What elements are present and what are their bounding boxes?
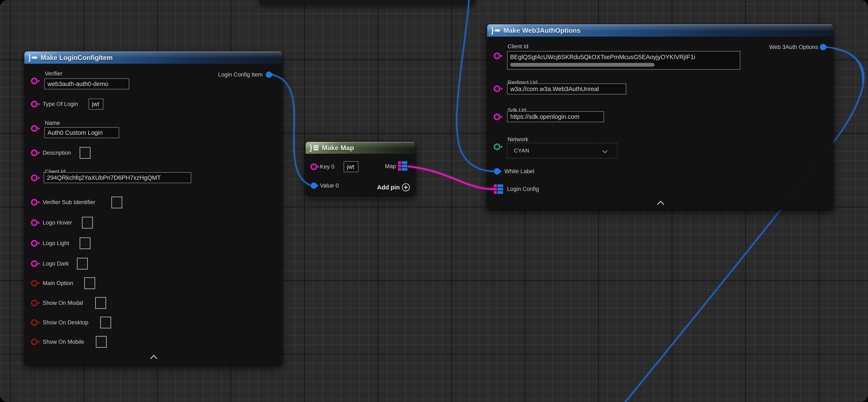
pin-label-key-0: Key 0 bbox=[320, 164, 334, 170]
node-header-make-loginconfigitem[interactable]: Make LoginConfigItem bbox=[24, 52, 282, 64]
verifier-input[interactable]: web3auth-auth0-demo bbox=[44, 79, 129, 89]
pin-label-show-on-desktop: Show On Desktop bbox=[43, 319, 88, 326]
network-selected-value: CYAN bbox=[514, 147, 529, 154]
pin-client-id[interactable] bbox=[31, 174, 38, 181]
type-of-login-input[interactable]: jwt bbox=[89, 98, 103, 110]
client-id-value: BEglQSgt4cUWcj6SKRdu5QkOXTsePmMcusG5EAoy… bbox=[510, 52, 739, 62]
show-on-modal-checkbox[interactable] bbox=[95, 297, 106, 309]
client-id-scrollbar[interactable] bbox=[510, 63, 655, 67]
offscreen-node-bottom-edge[interactable] bbox=[259, 0, 475, 5]
pin-sdk-url[interactable] bbox=[494, 114, 500, 120]
sdk-url-input[interactable]: https://sdk.openlogin.com bbox=[507, 111, 604, 122]
pin-label-network: Network bbox=[507, 136, 528, 143]
node-make-loginconfigitem[interactable]: Make LoginConfigItem Login Config Item V… bbox=[24, 52, 282, 365]
pin-map-output[interactable] bbox=[398, 161, 407, 171]
client-id-input[interactable]: BEglQSgt4cUWcj6SKRdu5QkOXTsePmMcusG5EAoy… bbox=[507, 51, 740, 69]
show-on-desktop-checkbox[interactable] bbox=[100, 317, 111, 328]
node-title: Make Web3AuthOptions bbox=[503, 27, 581, 34]
collapse-advanced-chevron-up-icon[interactable] bbox=[657, 201, 664, 208]
pin-show-on-desktop[interactable] bbox=[31, 319, 38, 326]
make-struct-icon bbox=[28, 54, 37, 61]
make-map-icon bbox=[309, 144, 318, 151]
pin-verifier[interactable] bbox=[31, 78, 38, 84]
node-make-web3authoptions[interactable]: Make Web3AuthOptions Web 3Auth Options C… bbox=[487, 24, 833, 209]
pin-label-name: Name bbox=[45, 120, 60, 126]
output-pin-label: Login Config Item bbox=[218, 71, 262, 78]
key-0-input[interactable]: jwt bbox=[344, 161, 359, 172]
pin-web3auth-options-output[interactable] bbox=[820, 44, 826, 50]
output-pin-label: Web 3Auth Options bbox=[769, 44, 818, 51]
pin-label-logo-light: Logo Light bbox=[43, 240, 69, 247]
node-title: Make Map bbox=[322, 144, 354, 152]
pin-key-0[interactable] bbox=[310, 163, 317, 170]
chevron-down-icon bbox=[602, 148, 608, 153]
pin-login-config-item-output[interactable] bbox=[266, 71, 272, 78]
logo-hover-input[interactable] bbox=[82, 217, 93, 229]
show-on-mobile-checkbox[interactable] bbox=[96, 336, 107, 348]
description-input[interactable] bbox=[80, 147, 91, 159]
network-dropdown[interactable]: CYAN bbox=[507, 143, 617, 158]
logo-dark-input[interactable] bbox=[77, 258, 88, 269]
pin-label-show-on-modal: Show On Modal bbox=[43, 300, 83, 306]
make-struct-icon bbox=[491, 27, 500, 34]
pin-label-show-on-mobile: Show On Mobile bbox=[43, 339, 84, 345]
pin-login-config[interactable] bbox=[494, 184, 503, 194]
pin-label-verifier-sub-identifier: Verifier Sub Identifier bbox=[43, 199, 95, 206]
pin-label-value-0: Value 0 bbox=[320, 182, 339, 189]
pin-client-id[interactable] bbox=[494, 53, 500, 59]
collapse-advanced-chevron-up-icon[interactable] bbox=[150, 355, 157, 362]
pin-label-main-option: Main Option bbox=[43, 280, 73, 287]
node-header-make-map[interactable]: Make Map bbox=[306, 142, 415, 154]
client-id-input[interactable]: 294QRkchfq2YaXUbPri7D6PH7xzHgQMT bbox=[44, 172, 191, 183]
pin-label-logo-dark: Logo Dark bbox=[43, 260, 69, 267]
add-pin-plus-icon[interactable] bbox=[402, 183, 410, 191]
pin-label-type-of-login: Type Of Login bbox=[43, 101, 78, 108]
pin-type-of-login[interactable] bbox=[31, 101, 38, 108]
wire-map-to-login-config bbox=[408, 166, 494, 189]
pin-label-client-id: Client Id bbox=[507, 43, 528, 50]
redirect-url-input[interactable]: w3a://com.w3a.Web3AuthUnreal bbox=[507, 84, 626, 94]
pin-verifier-sub-identifier[interactable] bbox=[31, 199, 38, 206]
main-option-checkbox[interactable] bbox=[84, 277, 95, 289]
logo-light-input[interactable] bbox=[80, 237, 91, 249]
pin-name[interactable] bbox=[31, 125, 38, 132]
pin-main-option[interactable] bbox=[31, 280, 38, 287]
blueprint-graph-canvas[interactable]: Make LoginConfigItem Login Config Item V… bbox=[0, 0, 868, 402]
pin-show-on-mobile[interactable] bbox=[31, 339, 38, 345]
wire-glow bbox=[408, 166, 494, 189]
pin-logo-light[interactable] bbox=[31, 240, 38, 247]
blueprint-editor-screenshot: Make LoginConfigItem Login Config Item V… bbox=[0, 0, 868, 402]
pin-label-login-config: Login Config bbox=[507, 186, 539, 192]
pin-label-white-label: White Label bbox=[504, 168, 534, 175]
pin-logo-hover[interactable] bbox=[31, 219, 38, 226]
pin-white-label[interactable] bbox=[494, 168, 500, 174]
add-pin-label[interactable]: Add pin bbox=[377, 184, 400, 191]
pin-value-0[interactable] bbox=[311, 182, 317, 189]
node-title: Make LoginConfigItem bbox=[40, 54, 113, 62]
wire-map[interactable] bbox=[408, 166, 494, 189]
pin-network[interactable] bbox=[494, 143, 500, 150]
verifier-sub-identifier-input[interactable] bbox=[111, 197, 122, 208]
pin-label-verifier: Verifier bbox=[45, 70, 62, 77]
pin-description[interactable] bbox=[31, 149, 38, 156]
pin-label-map-output: Map bbox=[385, 163, 396, 170]
pin-show-on-modal[interactable] bbox=[31, 299, 38, 306]
node-make-map[interactable]: Make Map Key 0 jwt Map Value 0 Add pin bbox=[306, 142, 415, 195]
pin-redirect-url[interactable] bbox=[494, 85, 500, 92]
pin-label-logo-hover: Logo Hover bbox=[43, 220, 72, 226]
name-input[interactable]: Auth0 Custom Login bbox=[44, 127, 119, 138]
pin-label-description: Description bbox=[43, 150, 71, 156]
pin-logo-dark[interactable] bbox=[31, 260, 38, 267]
node-header-make-web3authoptions[interactable]: Make Web3AuthOptions bbox=[487, 24, 833, 36]
